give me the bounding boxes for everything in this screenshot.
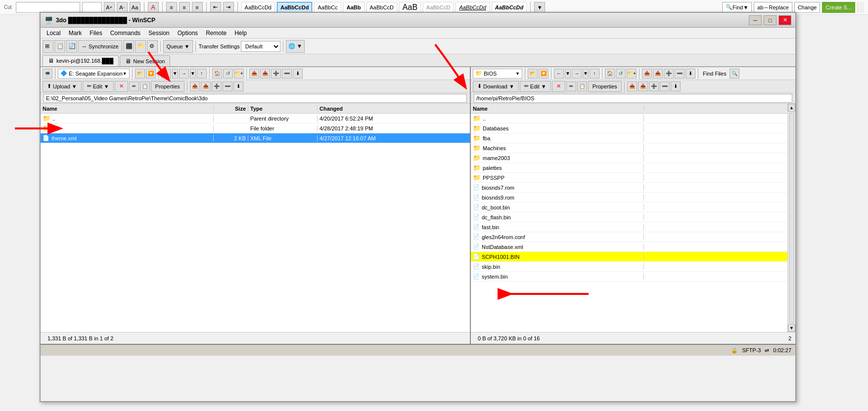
left-col-size-header[interactable]: Size	[214, 106, 248, 112]
scroll-down-btn[interactable]: ▼	[788, 324, 795, 332]
queue-btn[interactable]: Queue ▼	[163, 40, 193, 53]
table-row[interactable]: 📄 theme.xml 2 KB XML File 4/27/2017 12:1…	[41, 133, 470, 143]
right-location-combo[interactable]: 📁 BIOS ▼	[473, 69, 522, 79]
create-btn[interactable]: Create S...	[822, 2, 855, 13]
left-nav6-btn[interactable]: 📥	[260, 69, 270, 79]
left-filter-btn[interactable]: 🔽	[146, 69, 156, 79]
style-heading4[interactable]: AaBbCcD	[366, 2, 397, 13]
upload-btn[interactable]: ⬆ Upload ▼	[43, 81, 82, 92]
left-edit-btn[interactable]: ✏ Edit ▼	[83, 81, 114, 92]
ribbon-scroll[interactable]	[857, 2, 864, 13]
download-btn[interactable]: ⬇ Download ▼	[473, 81, 519, 92]
find-btn[interactable]: 🔍 Find ▼	[722, 2, 752, 13]
table-row[interactable]: 📄 SCPH1001.BIN	[471, 252, 787, 262]
left-file-list[interactable]: Name Size Type Changed 📁 .. Parent direc…	[41, 104, 470, 332]
minimize-btn[interactable]: ─	[749, 15, 762, 25]
synchronize-btn[interactable]: ↔ Synchronize	[78, 40, 122, 53]
font-case-btn[interactable]: Aa	[130, 2, 140, 13]
left-back-btn[interactable]: ←	[161, 69, 171, 79]
left-queue3-btn[interactable]: ➕	[212, 82, 222, 91]
left-computer-icon-btn[interactable]: 💻	[43, 69, 52, 79]
table-row[interactable]: 📁 ..	[471, 114, 787, 123]
table-row[interactable]: 📄 system.bin	[471, 272, 787, 282]
right-queue3-btn[interactable]: ➕	[649, 82, 659, 91]
left-queue2-btn[interactable]: 📥	[201, 82, 211, 91]
style-title[interactable]: AaB	[399, 2, 421, 13]
menu-remote[interactable]: Remote	[202, 29, 230, 38]
left-up-btn[interactable]: ↑	[197, 69, 207, 79]
toolbar-icon4-btn[interactable]: ⬛	[123, 40, 134, 53]
left-location-combo[interactable]: 🔷 E: Seagate Expansion ▼	[58, 69, 130, 79]
table-row[interactable]: 📁 Databases	[471, 123, 787, 133]
table-row[interactable]: 📁 Machines	[471, 143, 787, 153]
new-session-btn[interactable]: 🖥 New Session	[120, 55, 170, 66]
table-row[interactable]: 📄 biosnds7.rom	[471, 183, 787, 193]
left-col-name-header[interactable]: Name	[41, 106, 214, 112]
styles-gallery-btn[interactable]: ▼	[534, 2, 545, 13]
left-delete-btn[interactable]: ✕	[115, 81, 128, 92]
right-nav7-btn[interactable]: ➕	[664, 69, 674, 79]
menu-session[interactable]: Session	[144, 29, 174, 38]
globe-btn[interactable]: 🌐 ▼	[286, 40, 305, 53]
right-findfiles-btn[interactable]: 🔍	[730, 69, 739, 79]
left-properties-btn[interactable]: Properties	[151, 81, 184, 92]
style-strong[interactable]: AaBbCcDd	[492, 2, 527, 13]
style-normal[interactable]: AaBbCcDd	[241, 2, 275, 13]
left-nav5-btn[interactable]: 📤	[249, 69, 259, 79]
left-rename-btn[interactable]: ✏	[129, 82, 139, 91]
right-back-btn[interactable]: ←	[554, 69, 564, 79]
transfer-settings-combo[interactable]: Default	[241, 41, 280, 52]
numbered-list-btn[interactable]: ≡	[179, 2, 190, 13]
right-nav6-btn[interactable]: 📥	[653, 69, 663, 79]
left-back-arrow-btn[interactable]: ▼	[172, 69, 178, 79]
toolbar-icon6-btn[interactable]: ⚙	[147, 40, 158, 53]
toolbar-icon3-btn[interactable]: 🔄	[66, 40, 77, 53]
table-row[interactable]: 📁 .. Parent directory 4/20/2017 6:52:24 …	[41, 114, 470, 123]
left-refresh-btn[interactable]: ↺	[223, 69, 233, 79]
menu-mark[interactable]: Mark	[65, 29, 86, 38]
table-row[interactable]: 📄 dc_flash.bin	[471, 212, 787, 222]
right-back-arrow-btn[interactable]: ▼	[565, 69, 571, 79]
right-queue4-btn[interactable]: ➖	[660, 82, 670, 91]
right-file-list[interactable]: Name 📁 ..	[471, 104, 787, 332]
style-heading2[interactable]: AaBbCc	[314, 2, 341, 13]
change-btn[interactable]: Change	[794, 2, 821, 13]
left-queue4-btn[interactable]: ➖	[223, 82, 232, 91]
toolbar-icon5-btn[interactable]: 📁	[135, 40, 146, 53]
right-newfolder-btn[interactable]: 📁+	[627, 69, 637, 79]
left-col-type-header[interactable]: Type	[248, 106, 318, 112]
menu-options[interactable]: Options	[174, 29, 202, 38]
table-row[interactable]: 📁 PPSSPP	[471, 173, 787, 183]
style-heading3[interactable]: AaBb	[343, 2, 365, 13]
toolbar-icon1-btn[interactable]: ⊞	[43, 40, 53, 53]
right-edit-btn[interactable]: ✏ Edit ▼	[520, 81, 551, 92]
right-path-input[interactable]	[474, 94, 792, 103]
font-shrink-btn[interactable]: A-	[117, 2, 128, 13]
right-delete-btn[interactable]: ✕	[552, 81, 565, 92]
left-col-changed-header[interactable]: Changed	[318, 106, 470, 112]
left-home-btn[interactable]: 🏠	[212, 69, 222, 79]
table-row[interactable]: 📁 palettes	[471, 163, 787, 173]
left-queue1-btn[interactable]: 📤	[190, 82, 200, 91]
toolbar-icon2-btn[interactable]: 📋	[54, 40, 65, 53]
menu-files[interactable]: Files	[86, 29, 106, 38]
table-row[interactable]: 📁 fba	[471, 133, 787, 143]
right-filter-btn[interactable]: 🔽	[539, 69, 548, 79]
left-path-input[interactable]	[44, 94, 467, 103]
close-btn[interactable]: ✕	[778, 15, 791, 25]
right-queue1-btn[interactable]: 📤	[627, 82, 637, 91]
font-size-selector[interactable]: 11	[82, 2, 102, 13]
right-queue5-btn[interactable]: ⬇	[671, 82, 681, 91]
right-forward-btn[interactable]: →	[572, 69, 582, 79]
right-copy-btn[interactable]: 📋	[577, 82, 587, 91]
right-rename-btn[interactable]: ✏	[566, 82, 576, 91]
style-subtitle[interactable]: AaBbCcD	[423, 2, 454, 13]
font-grow-btn[interactable]: A+	[104, 2, 115, 13]
left-nav7-btn[interactable]: ➕	[271, 69, 281, 79]
session-tab-active[interactable]: 🖥 kevin-pi@192.168.███	[43, 55, 119, 66]
replace-btn[interactable]: ab↔ Replace	[754, 2, 792, 13]
right-col-name-header[interactable]: Name	[471, 106, 644, 112]
style-emphasis[interactable]: AaBbCcDd	[456, 2, 489, 13]
decrease-indent-btn[interactable]: ⇤	[210, 2, 221, 13]
font-selector[interactable]: Calibri (Body)	[16, 2, 80, 13]
